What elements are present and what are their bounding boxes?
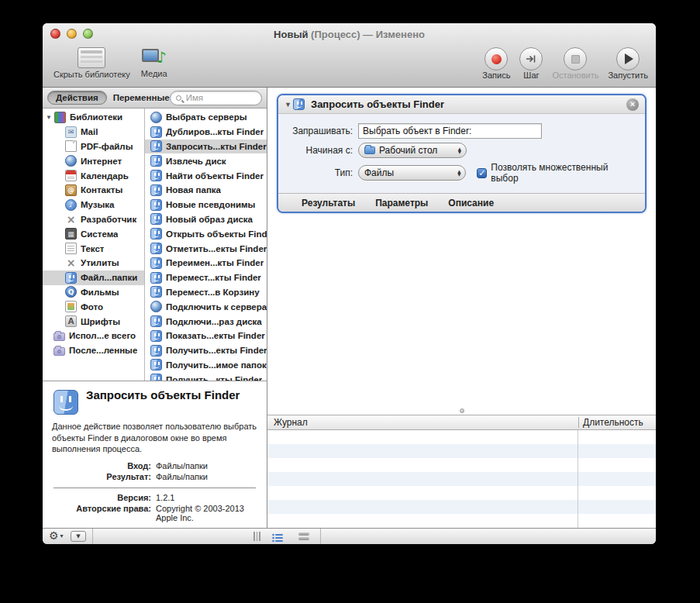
sidebar-item-label: Текст <box>81 244 104 253</box>
sidebar-item-utilities[interactable]: × Утилиты <box>43 256 144 270</box>
action-item[interactable]: Открыть объекты Finder <box>145 226 267 241</box>
action-item[interactable]: Перемест...в Корзину <box>145 285 267 300</box>
tab-options[interactable]: Параметры <box>375 198 428 208</box>
run-button[interactable]: Запустить <box>608 47 648 80</box>
media-button[interactable]: ♪ Медиа <box>141 47 167 78</box>
zoom-window-button[interactable] <box>83 29 93 39</box>
photo-icon <box>65 301 77 312</box>
sidebar-item-music[interactable]: ♪ Музыка <box>43 198 144 212</box>
media-icon: ♪ <box>142 47 167 67</box>
record-button[interactable]: Запись <box>482 47 510 80</box>
remove-action-button[interactable]: × <box>626 98 639 111</box>
action-item-label: Подключи...раз диска <box>166 317 262 326</box>
action-item[interactable]: Новая папка <box>145 183 267 198</box>
type-row: Тип: Файлы ▲▼ ✓ Позволять множественный … <box>281 162 637 184</box>
action-block[interactable]: ▼ Запросить объекты Finder × Запрашивать… <box>277 94 647 213</box>
tab-description[interactable]: Описание <box>448 198 494 208</box>
action-item[interactable]: Отметить...екты Finder <box>145 241 267 256</box>
log-column-divider <box>578 430 578 528</box>
tab-variables[interactable]: Переменные <box>113 93 170 102</box>
sidebar-item-pdf[interactable]: PDF-файлы <box>43 140 144 154</box>
type-value: Файлы <box>364 167 394 178</box>
log-journal-header[interactable]: Журнал <box>267 417 578 428</box>
start-at-row: Начиная с: Рабочий стол ▲▼ <box>281 143 637 158</box>
workflow-canvas: ▼ Запросить объекты Finder × Запрашивать… <box>267 88 656 213</box>
gear-menu-button[interactable]: ⚙ ▾ <box>49 529 64 542</box>
window-title-primary: Новый <box>274 29 308 40</box>
action-block-header[interactable]: ▼ Запросить объекты Finder × <box>278 95 645 114</box>
smart-folder-icon: ⚙ <box>53 347 65 356</box>
action-item-label: Переимен...кты Finder <box>166 258 264 267</box>
action-item[interactable]: Выбрать серверы <box>145 110 267 125</box>
search-input[interactable] <box>184 92 256 103</box>
close-window-button[interactable] <box>50 29 60 39</box>
action-item[interactable]: Перемест...кты Finder <box>145 270 267 285</box>
log-list-view-button[interactable] <box>272 532 284 544</box>
minimize-window-button[interactable] <box>67 29 77 39</box>
multiple-selection-option[interactable]: ✓ Позволять множественный выбор <box>477 162 637 184</box>
action-item[interactable]: Получить...кты Finder <box>145 372 267 381</box>
finder-icon <box>150 286 162 298</box>
copyright-label: Авторские права: <box>52 504 151 522</box>
action-item[interactable]: Получить...имое папок <box>145 358 267 373</box>
tab-actions[interactable]: Действия <box>47 91 107 105</box>
hide-library-button[interactable]: Скрыть библиотеку <box>53 47 130 79</box>
collapse-triangle-icon[interactable]: ▼ <box>284 101 293 109</box>
action-item[interactable]: Подключи...раз диска <box>145 314 267 329</box>
sidebar-item-recently-added[interactable]: ⚙ После...ленные <box>43 343 144 358</box>
action-item[interactable]: Подключить к серверам <box>145 299 267 314</box>
action-item-label: Найти объекты Finder <box>166 171 264 181</box>
sidebar-item-developer[interactable]: × Разработчик <box>43 212 144 227</box>
start-at-popup[interactable]: Рабочий стол ▲▼ <box>358 143 467 158</box>
version-value: 1.2.1 <box>156 493 257 502</box>
disclosure-triangle-icon[interactable]: ▼ <box>46 114 54 121</box>
action-item[interactable]: Дублиров...кты Finder <box>145 125 267 140</box>
checkbox-checked-icon[interactable]: ✓ <box>477 168 487 178</box>
utilities-icon: × <box>65 257 77 269</box>
log-splitter[interactable] <box>267 407 656 415</box>
toggle-description-button[interactable]: ▼ <box>71 531 86 542</box>
action-item-label: Отметить...екты Finder <box>166 244 267 253</box>
step-button[interactable]: Шаг <box>519 47 543 80</box>
sidebar-item-photos[interactable]: Фото <box>43 299 144 314</box>
action-item[interactable]: Новые псевдонимы <box>145 198 267 212</box>
sidebar-item-text[interactable]: Текст <box>43 241 144 256</box>
stop-icon <box>571 55 580 64</box>
log-duration-header[interactable]: Длительность <box>578 417 656 428</box>
sidebar-item-internet[interactable]: Интернет <box>43 153 144 168</box>
action-item[interactable]: Найти объекты Finder <box>145 168 267 183</box>
action-item[interactable]: Переимен...кты Finder <box>145 256 267 270</box>
sidebar-item-contacts[interactable]: @ Контакты <box>43 183 144 198</box>
popup-stepper-icon: ▲▼ <box>457 170 460 177</box>
sidebar-item-label: Mail <box>81 127 98 136</box>
sidebar-item-mail[interactable]: ✉ Mail <box>43 125 144 140</box>
search-field[interactable] <box>170 91 262 105</box>
sidebar-item-movies[interactable]: Q Фильмы <box>43 285 144 300</box>
sidebar-item-system[interactable]: ▦ Система <box>43 226 144 241</box>
action-item-selected[interactable]: Запросить...кты Finder <box>145 140 267 154</box>
sidebar-item-calendar[interactable]: Календарь <box>43 168 144 183</box>
finder-icon <box>150 155 162 167</box>
action-item[interactable]: Получить...екты Finder <box>145 343 267 358</box>
search-icon <box>176 95 181 101</box>
divider <box>92 529 93 544</box>
sidebar-item-fonts[interactable]: A Шрифты <box>43 314 144 329</box>
description-panel: Запросить объекты Finder Данное действие… <box>43 381 267 528</box>
pane-resize-grip[interactable] <box>253 532 260 541</box>
log-stack-view-button[interactable] <box>298 532 309 542</box>
tab-results[interactable]: Результаты <box>302 198 355 208</box>
action-item[interactable]: Показать...екты Finder <box>145 329 267 343</box>
sidebar-item-most-used[interactable]: ⚙ Испол...е всего <box>43 329 144 343</box>
description-input-row: Вход: Файлы/папки <box>52 461 257 470</box>
log-header: Журнал Длительность <box>267 415 656 430</box>
prompt-input[interactable] <box>358 123 542 139</box>
stop-label: Остановить <box>552 71 598 80</box>
title-bar[interactable]: Новый (Процесс) — Изменено <box>43 23 656 45</box>
action-item[interactable]: Новый образ диска <box>145 212 267 227</box>
action-item[interactable]: Извлечь диск <box>145 153 267 168</box>
sidebar-item-files-folders[interactable]: Файл...папки <box>43 270 144 285</box>
type-popup[interactable]: Файлы ▲▼ <box>358 165 466 181</box>
sidebar-item-label: Фильмы <box>81 288 119 297</box>
sidebar-item-libraries[interactable]: ▼ Библиотеки <box>43 110 144 125</box>
description-copyright-row: Авторские права: Copyright © 2003-2013 A… <box>52 504 257 522</box>
